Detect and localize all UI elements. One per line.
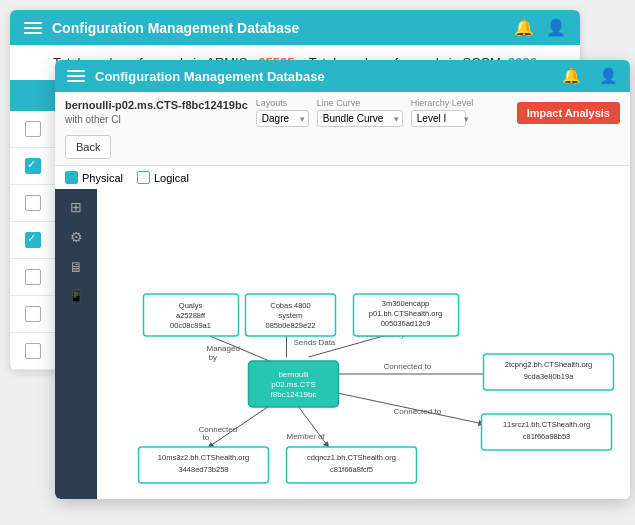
bell-icon[interactable]: 🔔 (514, 18, 534, 37)
ci-line1: bernoulli-p02.ms.CTS-f8bc12419bc (65, 98, 248, 113)
physical-checkbox[interactable] (65, 171, 78, 184)
col-check (10, 80, 56, 111)
svg-text:a25288ff: a25288ff (176, 311, 206, 320)
curve-group: Line Curve Bundle Curve (317, 98, 403, 127)
label-sends-data: Sends Data (294, 338, 336, 347)
label-connected-r1: Connected to (384, 362, 432, 371)
header-icons: 🔔 👤 (514, 18, 566, 37)
grid-icon[interactable]: ⊞ (70, 199, 82, 215)
svg-text:3448ed73b258: 3448ed73b258 (178, 465, 228, 474)
svg-text:by: by (209, 353, 217, 362)
svg-text:c81f66a98b53: c81f66a98b53 (523, 432, 571, 441)
svg-text:3m360encapp: 3m360encapp (382, 299, 430, 308)
svg-text:Qualys: Qualys (179, 301, 203, 310)
svg-text:bernoulli: bernoulli (278, 370, 308, 379)
svg-text:2tcpng2.bh.CTShealth.org: 2tcpng2.bh.CTShealth.org (505, 360, 593, 369)
physical-label: Physical (82, 172, 123, 184)
row-checkbox[interactable] (25, 343, 41, 359)
svg-text:cdqncz1.bh.CTShealth.org: cdqncz1.bh.CTShealth.org (307, 453, 396, 462)
layout-group: Layouts Dagre (256, 98, 309, 127)
front-user-icon[interactable]: 👤 (599, 67, 618, 85)
svg-text:Cobas 4800: Cobas 4800 (270, 301, 310, 310)
ci-info: bernoulli-p02.ms.CTS-f8bc12419bc with ot… (65, 98, 248, 127)
front-panel: Configuration Management Database 🔔 👤 be… (55, 60, 630, 499)
back-panel-header: Configuration Management Database 🔔 👤 (10, 10, 580, 45)
layout-label: Layouts (256, 98, 309, 108)
front-panel-title: Configuration Management Database (95, 69, 552, 84)
layout-select[interactable]: Dagre (256, 110, 309, 127)
svg-text:system: system (279, 311, 303, 320)
row-checkbox[interactable] (25, 121, 41, 137)
hamburger-icon[interactable] (24, 22, 42, 34)
logical-label: Logical (154, 172, 189, 184)
user-icon[interactable]: 👤 (546, 18, 566, 37)
svg-text:10ms3z2.bh.CTShealth.org: 10ms3z2.bh.CTShealth.org (158, 453, 249, 462)
edge-connected-b1 (209, 401, 277, 447)
front-toolbar: bernoulli-p02.ms.CTS-f8bc12419bc with ot… (55, 92, 630, 166)
svg-text:9cda3e80b19a: 9cda3e80b19a (524, 372, 574, 381)
curve-select[interactable]: Bundle Curve (317, 110, 403, 127)
svg-text:005036ad12c9: 005036ad12c9 (381, 319, 431, 328)
label-member-of: Member of (287, 432, 326, 441)
diagram-sidebar: ⊞ ⚙ 🖥 📱 (55, 189, 97, 499)
curve-label: Line Curve (317, 98, 403, 108)
diagram-area: ⊞ ⚙ 🖥 📱 (55, 189, 630, 499)
mobile-icon[interactable]: 📱 (68, 289, 84, 304)
front-bell-icon[interactable]: 🔔 (562, 67, 581, 85)
ci-line2: with other CI (65, 113, 248, 127)
hierarchy-group: Hierarchy Level Level I (411, 98, 474, 127)
row-checkbox[interactable] (25, 232, 41, 248)
front-hamburger-icon[interactable] (67, 70, 85, 82)
front-panel-header: Configuration Management Database 🔔 👤 (55, 60, 630, 92)
svg-text:11srcz1.bh.CTShealth.org: 11srcz1.bh.CTShealth.org (503, 420, 590, 429)
back-panel-title: Configuration Management Database (52, 20, 504, 36)
label-managed-by: Managed (207, 344, 240, 353)
row-checkbox[interactable] (25, 306, 41, 322)
svg-text:f8bc12419bc: f8bc12419bc (271, 390, 317, 399)
impact-analysis-button[interactable]: Impact Analysis (517, 102, 620, 124)
svg-text:c81f66a8fcf5: c81f66a8fcf5 (330, 465, 373, 474)
check-row: Physical Logical (55, 166, 630, 189)
diagram-svg: Managed by Sends Data Virtualized by Con… (97, 189, 630, 499)
monitor-icon[interactable]: 🖥 (69, 259, 83, 275)
hierarchy-select[interactable]: Level I (411, 110, 466, 127)
svg-text:p01.bh.CTShealth.org: p01.bh.CTShealth.org (369, 309, 442, 318)
svg-text:085b0e829e22: 085b0e829e22 (265, 321, 315, 330)
physical-check-item: Physical (65, 171, 123, 184)
svg-text:to: to (203, 433, 210, 442)
label-connected-r2: Connected to (394, 407, 442, 416)
row-checkbox[interactable] (25, 269, 41, 285)
settings-icon[interactable]: ⚙ (70, 229, 83, 245)
hierarchy-label: Hierarchy Level (411, 98, 474, 108)
logical-checkbox[interactable] (137, 171, 150, 184)
logical-check-item: Logical (137, 171, 189, 184)
svg-text:p02.ms.CTS: p02.ms.CTS (271, 380, 315, 389)
svg-text:00c08c89a1: 00c08c89a1 (170, 321, 211, 330)
back-button[interactable]: Back (65, 135, 111, 159)
row-checkbox[interactable] (25, 195, 41, 211)
row-checkbox[interactable] (25, 158, 41, 174)
